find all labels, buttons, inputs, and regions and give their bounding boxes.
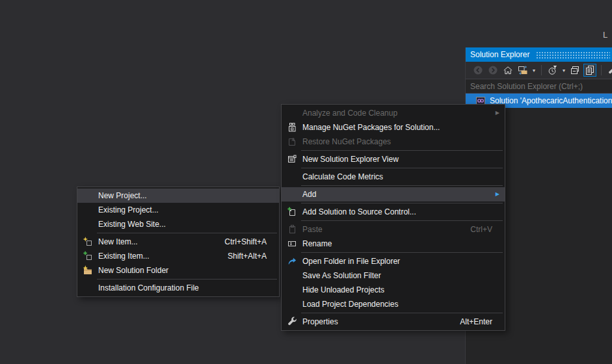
titlebar-drag-grip[interactable] <box>536 51 610 59</box>
menu-item-label: New Project... <box>98 191 147 200</box>
home-icon[interactable] <box>501 64 514 77</box>
context-menu-item-load-project-dependencies[interactable]: Load Project Dependencies <box>282 297 505 311</box>
existing-item-icon <box>81 251 95 261</box>
menu-item-label: Existing Item... <box>98 252 150 261</box>
context-menu-separator <box>301 252 503 253</box>
add-to-source-control-icon <box>285 207 299 217</box>
context-menu-item-save-as-solution-filter[interactable]: Save As Solution Filter <box>282 268 505 283</box>
context-menu-item-hide-unloaded-projects[interactable]: Hide Unloaded Projects <box>282 283 505 297</box>
add-submenu-item-existing-project[interactable]: Existing Project... <box>77 203 279 217</box>
new-solution-folder-icon <box>81 265 95 276</box>
context-menu-separator <box>301 313 503 313</box>
add-submenu: New Project...Existing Project...Existin… <box>77 187 280 297</box>
context-menu-item-add[interactable]: Add▶ <box>282 187 505 202</box>
context-menu-separator <box>301 220 503 221</box>
context-menu-item-analyze-and-code-cleanup[interactable]: Analyze and Code Cleanup▶ <box>282 106 505 120</box>
properties-wrench-icon <box>285 317 299 327</box>
solution-context-menu: Analyze and Code Cleanup▶Manage NuGet Pa… <box>281 104 505 331</box>
context-menu-separator <box>301 168 503 168</box>
show-all-files-icon[interactable] <box>583 64 596 77</box>
forward-icon[interactable] <box>486 64 499 77</box>
collapse-all-icon[interactable] <box>568 64 581 77</box>
context-menu-item-restore-nuget-packages[interactable]: Restore NuGet Packages <box>282 135 505 149</box>
solution-explorer-titlebar[interactable]: Solution Explorer <box>466 47 612 62</box>
toolbar-separator <box>601 65 602 75</box>
nuget-restore-icon <box>285 136 299 147</box>
menu-item-label: Load Project Dependencies <box>302 300 398 309</box>
menu-item-label: Save As Solution Filter <box>302 271 381 280</box>
menu-item-label: Manage NuGet Packages for Solution... <box>302 123 440 132</box>
new-item-icon <box>81 237 95 247</box>
menu-item-label: Calculate Code Metrics <box>302 172 383 181</box>
add-submenu-item-existing-item[interactable]: Existing Item...Shift+Alt+A <box>77 249 279 263</box>
search-box <box>466 79 612 94</box>
menu-item-label: Installation Configuration File <box>98 283 199 292</box>
switch-views-icon[interactable] <box>516 64 529 77</box>
add-submenu-item-new-item[interactable]: New Item...Ctrl+Shift+A <box>77 235 279 249</box>
solution-item-label: Solution 'ApothecaricAuthentication <box>490 96 612 105</box>
menu-item-shortcut: Shift+Alt+A <box>228 252 279 261</box>
add-submenu-separator <box>97 233 277 233</box>
toolbar-separator <box>541 65 542 75</box>
menu-item-label: Rename <box>302 239 332 248</box>
add-submenu-item-existing-web-site[interactable]: Existing Web Site... <box>77 217 279 231</box>
dropdown-caret-icon[interactable]: ▼ <box>531 68 537 73</box>
menu-item-label: Restore NuGet Packages <box>302 137 391 146</box>
menu-item-label: Hide Unloaded Projects <box>302 285 384 294</box>
dropdown-caret-icon[interactable]: ▼ <box>561 68 566 73</box>
main-background: { "colors": { "titlebar_blue": "#007ACC"… <box>0 0 612 364</box>
context-menu-item-manage-nuget-packages-for-solution[interactable]: Manage NuGet Packages for Solution... <box>282 120 505 135</box>
menu-item-label: New Solution Explorer View <box>302 155 399 164</box>
context-menu-separator <box>301 203 503 203</box>
new-view-icon <box>285 154 299 164</box>
menu-item-label: Existing Web Site... <box>98 220 166 229</box>
menu-item-label: New Item... <box>98 237 138 246</box>
back-icon[interactable] <box>472 64 485 77</box>
menu-item-shortcut: Alt+Enter <box>460 317 505 326</box>
add-submenu-separator <box>97 279 277 280</box>
submenu-arrow-icon: ▶ <box>496 110 499 116</box>
nuget-package-icon <box>285 122 299 133</box>
solution-explorer-toolbar: ▼▼ <box>466 62 612 79</box>
menu-item-label: Existing Project... <box>98 205 159 214</box>
properties-wrench-icon[interactable] <box>606 64 612 77</box>
add-submenu-item-new-project[interactable]: New Project... <box>77 188 279 203</box>
pending-changes-filter-icon[interactable] <box>546 64 559 77</box>
add-submenu-item-installation-configuration-file[interactable]: Installation Configuration File <box>77 281 279 295</box>
open-folder-icon <box>285 256 299 266</box>
menu-item-label: Open Folder in File Explorer <box>302 257 400 266</box>
menu-item-label: Analyze and Code Cleanup <box>302 109 397 118</box>
search-input[interactable] <box>466 79 612 93</box>
context-menu-separator <box>301 150 503 151</box>
clipped-text-fragment: L <box>603 30 607 40</box>
add-submenu-item-new-solution-folder[interactable]: New Solution Folder <box>77 263 279 278</box>
context-menu-item-rename[interactable]: Rename <box>282 237 505 251</box>
menu-item-label: New Solution Folder <box>98 266 168 275</box>
menu-item-label: Add <box>302 190 316 199</box>
context-menu-item-paste[interactable]: PasteCtrl+V <box>282 222 505 237</box>
context-menu-item-calculate-code-metrics[interactable]: Calculate Code Metrics <box>282 170 505 184</box>
menu-item-shortcut: Ctrl+V <box>470 225 505 234</box>
menu-item-shortcut: Ctrl+Shift+A <box>224 237 279 246</box>
menu-item-label: Properties <box>302 317 338 326</box>
menu-item-label: Add Solution to Source Control... <box>302 207 416 216</box>
context-menu-item-properties[interactable]: PropertiesAlt+Enter <box>282 315 505 329</box>
context-menu-separator <box>301 185 503 186</box>
context-menu-item-open-folder-in-file-explorer[interactable]: Open Folder in File Explorer <box>282 254 505 268</box>
menu-item-label: Paste <box>302 225 323 234</box>
rename-icon <box>285 239 299 249</box>
context-menu-item-new-solution-explorer-view[interactable]: New Solution Explorer View <box>282 152 505 166</box>
context-menu-item-add-solution-to-source-control[interactable]: Add Solution to Source Control... <box>282 205 505 219</box>
submenu-arrow-icon: ▶ <box>496 192 499 197</box>
panel-title: Solution Explorer <box>466 50 529 59</box>
paste-icon <box>285 224 299 235</box>
